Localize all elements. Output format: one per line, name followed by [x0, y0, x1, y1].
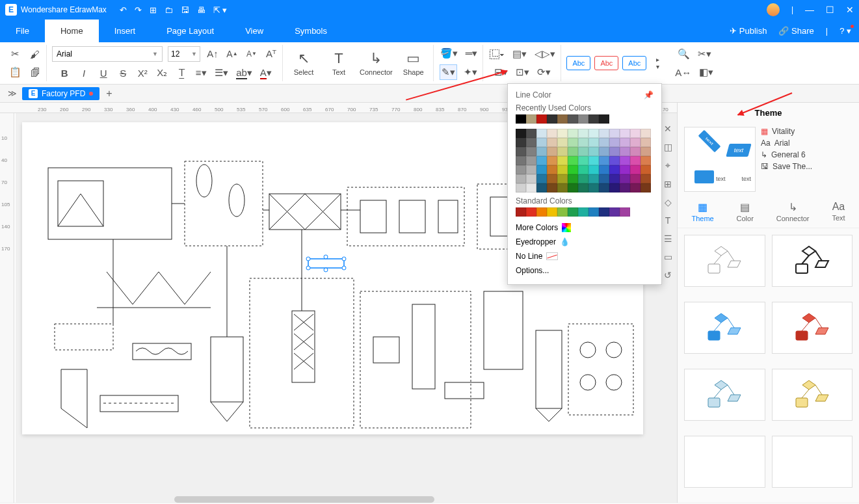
superscript-icon[interactable]: X²: [135, 66, 150, 80]
help-button[interactable]: ? ▾: [839, 26, 851, 36]
redo-icon[interactable]: ↷: [135, 5, 142, 15]
color-swatch[interactable]: [641, 129, 651, 138]
theme-card[interactable]: [684, 369, 765, 421]
color-swatch[interactable]: [568, 138, 578, 147]
open-icon[interactable]: 🗀: [165, 5, 173, 15]
undo-icon[interactable]: ↶: [120, 5, 127, 15]
color-swatch[interactable]: [547, 165, 557, 174]
color-swatch[interactable]: [536, 183, 547, 192]
connector-tool[interactable]: ↳Connector: [358, 49, 394, 77]
color-swatch[interactable]: [578, 165, 588, 174]
color-swatch[interactable]: [588, 183, 599, 192]
color-swatch[interactable]: [578, 207, 588, 217]
color-swatch[interactable]: [536, 114, 547, 124]
color-swatch[interactable]: [526, 183, 536, 192]
color-swatch[interactable]: [578, 147, 588, 156]
edge-tool-focus-icon[interactable]: ⌖: [665, 160, 670, 171]
options-option[interactable]: Options...: [516, 263, 654, 278]
color-swatch[interactable]: [547, 174, 557, 183]
color-swatch[interactable]: [568, 165, 578, 174]
color-swatch[interactable]: [516, 165, 526, 174]
color-swatch[interactable]: [609, 207, 620, 217]
find-icon[interactable]: 🔍: [676, 47, 691, 61]
color-swatch[interactable]: [547, 156, 557, 165]
color-swatch[interactable]: [599, 129, 609, 138]
cut-icon[interactable]: ✂: [8, 47, 23, 61]
color-swatch[interactable]: [599, 114, 609, 124]
export-icon[interactable]: ⇱ ▾: [213, 5, 228, 15]
edge-tool-shape-icon[interactable]: ◇: [665, 197, 672, 207]
increase-font-icon[interactable]: A▲: [225, 47, 239, 60]
edge-tool-close-icon[interactable]: ✕: [664, 124, 672, 134]
align-icon[interactable]: ▤▾: [511, 47, 528, 61]
tabs-more-icon[interactable]: ≫: [3, 88, 22, 98]
color-swatch[interactable]: [516, 183, 526, 192]
color-swatch[interactable]: [547, 114, 557, 124]
color-swatch[interactable]: [620, 129, 630, 138]
maximize-button[interactable]: ☐: [826, 5, 834, 15]
color-swatch[interactable]: [536, 129, 547, 138]
minimize-button[interactable]: —: [805, 5, 814, 15]
color-swatch[interactable]: [599, 147, 609, 156]
theme-save[interactable]: 🖫Save The...: [761, 162, 852, 171]
rotate-icon[interactable]: ⟳▾: [536, 65, 552, 79]
print-icon[interactable]: 🖶: [197, 5, 205, 15]
color-swatch[interactable]: [641, 147, 651, 156]
pin-icon[interactable]: 📌: [644, 90, 654, 99]
menu-symbols[interactable]: Symbols: [279, 20, 343, 42]
subscript-icon[interactable]: X₂: [155, 66, 169, 80]
color-swatch[interactable]: [641, 183, 651, 192]
color-swatch[interactable]: [578, 129, 588, 138]
color-swatch[interactable]: [630, 138, 641, 147]
flip-icon[interactable]: ◁▷▾: [533, 47, 557, 61]
replace-icon[interactable]: A↔: [674, 66, 693, 79]
color-swatch[interactable]: [536, 207, 547, 217]
group-icon[interactable]: ⿺▾: [488, 47, 506, 61]
edge-tool-text-icon[interactable]: T: [665, 215, 671, 226]
color-swatch[interactable]: [609, 183, 620, 192]
color-swatch[interactable]: [557, 156, 568, 165]
color-swatch[interactable]: [620, 147, 630, 156]
user-avatar[interactable]: [767, 3, 780, 16]
font-color-icon[interactable]: A▾: [259, 66, 273, 81]
no-line-option[interactable]: No Line: [516, 249, 654, 263]
color-swatch[interactable]: [536, 174, 547, 183]
color-swatch[interactable]: [547, 147, 557, 156]
decrease-font-icon[interactable]: A▼: [244, 48, 259, 60]
color-swatch[interactable]: [568, 156, 578, 165]
edge-tool-layers-icon[interactable]: ☰: [664, 233, 672, 244]
font-size-select[interactable]: 12▼: [168, 46, 200, 62]
color-swatch[interactable]: [516, 207, 526, 217]
color-swatch[interactable]: [526, 207, 536, 217]
theme-card[interactable]: [772, 235, 853, 287]
menu-home[interactable]: Home: [45, 20, 99, 42]
quick-style-2[interactable]: Abc: [594, 56, 618, 70]
line-style-icon[interactable]: ═▾: [464, 46, 479, 60]
color-swatch[interactable]: [516, 147, 526, 156]
cat-text[interactable]: AaText: [832, 201, 845, 222]
color-swatch[interactable]: [568, 174, 578, 183]
color-swatch[interactable]: [536, 138, 547, 147]
theme-card[interactable]: [684, 235, 765, 287]
color-swatch[interactable]: [578, 183, 588, 192]
text-direction-icon[interactable]: T̲: [174, 66, 189, 80]
color-swatch[interactable]: [630, 147, 641, 156]
color-swatch[interactable]: [641, 138, 651, 147]
color-swatch[interactable]: [609, 129, 620, 138]
color-swatch[interactable]: [578, 174, 588, 183]
color-swatch[interactable]: [630, 165, 641, 174]
more-colors-option[interactable]: More Colors: [516, 220, 654, 235]
color-swatch[interactable]: [599, 183, 609, 192]
new-tab-button[interactable]: +: [99, 88, 118, 99]
color-swatch[interactable]: [568, 114, 578, 124]
color-swatch[interactable]: [526, 156, 536, 165]
color-swatch[interactable]: [536, 156, 547, 165]
horizontal-scrollbar[interactable]: [31, 496, 677, 503]
line-color-icon[interactable]: ✎▾: [440, 64, 457, 80]
color-swatch[interactable]: [536, 165, 547, 174]
theme-card[interactable]: [772, 436, 853, 488]
color-swatch[interactable]: [641, 165, 651, 174]
crop-icon[interactable]: ✂▾: [696, 47, 713, 61]
color-swatch[interactable]: [588, 129, 599, 138]
color-swatch[interactable]: [588, 138, 599, 147]
